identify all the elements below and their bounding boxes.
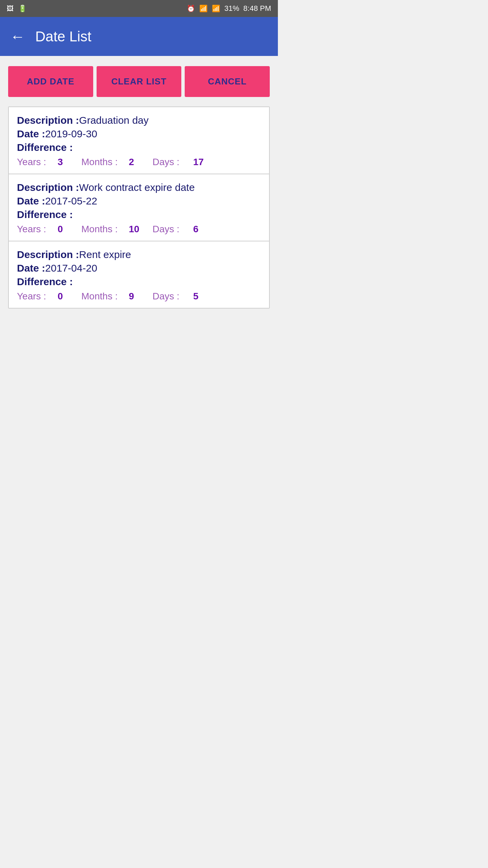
image-icon: 🖼 [7,5,14,13]
item-diff-row-3: Years : 0 Months : 9 Days : 5 [17,291,261,302]
page-title: Date List [35,28,92,45]
back-button[interactable]: ← [10,28,25,45]
date-item-2: Description :Work contract expire date D… [8,174,269,241]
date-item-3: Description :Rent expire Date :2017-04-2… [8,241,269,308]
app-bar: ← Date List [0,17,278,56]
status-bar: 🖼 🔋 ⏰ 📶 📶 31% 8:48 PM [0,0,278,17]
item-difference-label-3: Difference : [17,276,261,288]
item-description-1: Description :Graduation day [17,115,261,126]
add-date-button[interactable]: ADD DATE [8,66,93,97]
signal-icon: 📶 [212,4,220,13]
item-description-2: Description :Work contract expire date [17,182,261,193]
status-icons-right: ⏰ 📶 📶 31% 8:48 PM [187,4,271,13]
item-date-2: Date :2017-05-22 [17,195,261,207]
time-text: 8:48 PM [243,4,271,13]
item-date-3: Date :2017-04-20 [17,262,261,274]
action-button-row: ADD DATE CLEAR LIST CANCEL [8,66,270,97]
alarm-icon: ⏰ [187,4,195,13]
clear-list-button[interactable]: CLEAR LIST [97,66,182,97]
date-list: Description :Graduation day Date :2019-0… [8,106,270,309]
date-item: Description :Graduation day Date :2019-0… [8,107,269,174]
item-difference-label-2: Difference : [17,209,261,220]
item-diff-row-2: Years : 0 Months : 10 Days : 6 [17,224,261,235]
item-date-1: Date :2019-09-30 [17,128,261,140]
item-difference-label-1: Difference : [17,142,261,153]
item-description-3: Description :Rent expire [17,249,261,260]
item-diff-row-1: Years : 3 Months : 2 Days : 17 [17,157,261,167]
cancel-button[interactable]: CANCEL [185,66,270,97]
wifi-icon: 📶 [199,4,208,13]
battery-text: 31% [224,4,239,13]
content-area: ADD DATE CLEAR LIST CANCEL Description :… [0,56,278,309]
status-icons-left: 🖼 🔋 [7,4,27,13]
notification-icon: 🔋 [18,4,27,13]
